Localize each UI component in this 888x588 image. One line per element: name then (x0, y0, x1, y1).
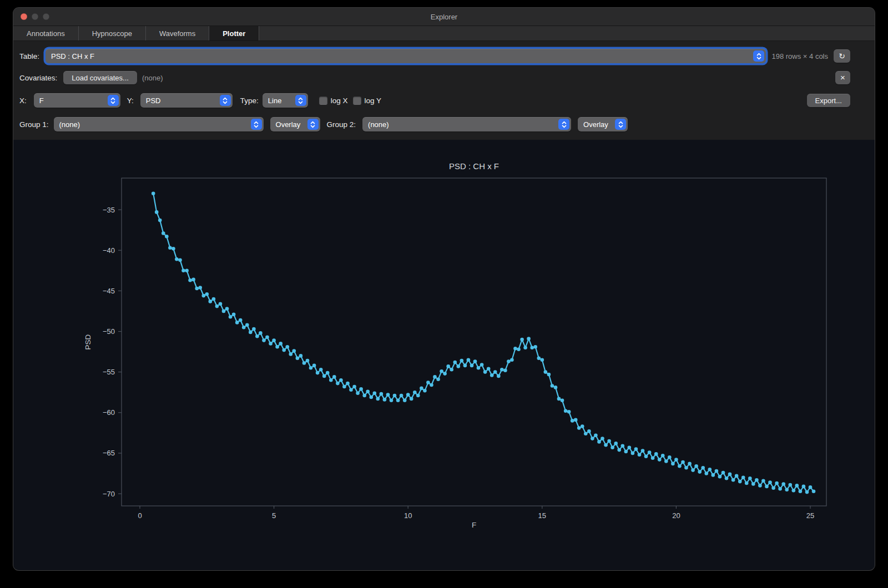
psd-line-chart: 0510152025−35−40−45−50−55−60−65−70PSD : … (13, 140, 875, 570)
y-tick-label: −65 (103, 449, 115, 457)
y-tick-label: −45 (103, 287, 115, 295)
tab-plotter[interactable]: Plotter (209, 26, 259, 40)
groups-row: Group 1: (none) Overlay Group 2: (none) (19, 116, 850, 132)
chart-title: PSD : CH x F (449, 161, 499, 171)
plot-type-select[interactable]: Line (263, 93, 308, 108)
x-axis-select[interactable]: F (34, 93, 120, 108)
chart-ylabel: PSD (84, 334, 92, 349)
close-icon: × (840, 73, 845, 82)
axes-row: X: F Y: PSD Type: Line (19, 93, 850, 108)
chevron-up-down-icon (220, 95, 231, 106)
group1-mode-value: Overlay (270, 120, 307, 129)
chart-series-line (153, 194, 814, 492)
y-tick-label: −40 (103, 246, 115, 255)
plot-type-select-value: Line (263, 97, 295, 105)
window-title: Explorer (431, 13, 457, 21)
group1-select-value: (none) (54, 120, 251, 129)
group1-label: Group 1: (19, 120, 49, 129)
log-x-label: log X (331, 97, 348, 105)
x-tick-label: 20 (672, 511, 680, 520)
window-titlebar: Explorer (13, 8, 875, 26)
load-covariates-button[interactable]: Load covariates... (63, 71, 137, 84)
group2-mode-value: Overlay (578, 120, 615, 129)
tab-annotations[interactable]: Annotations (13, 26, 79, 40)
covariates-status: (none) (142, 74, 163, 82)
x-tick-label: 25 (806, 511, 814, 520)
clear-covariates-button[interactable]: × (835, 71, 850, 84)
chevron-up-down-icon (615, 119, 626, 130)
toolbar: Table: PSD : CH x F 198 rows × 4 cols ↻ … (13, 41, 875, 140)
y-tick-label: −50 (103, 327, 115, 336)
chevron-up-down-icon (108, 95, 119, 106)
tab-bar: AnnotationsHypnoscopeWaveformsPlotter (13, 26, 875, 41)
x-tick-label: 5 (272, 511, 276, 520)
table-shape-info: 198 rows × 4 cols (771, 52, 828, 60)
group2-select[interactable]: (none) (362, 117, 571, 131)
covariates-label: Covariates: (19, 74, 57, 82)
log-x-checkbox[interactable] (319, 97, 327, 105)
x-axis-select-value: F (34, 97, 108, 105)
y-tick-label: −70 (103, 490, 115, 498)
tab-label: Hypnoscope (92, 29, 132, 38)
plot-type-label: Type: (240, 97, 259, 105)
y-tick-label: −60 (103, 408, 115, 417)
window-controls (21, 8, 49, 26)
covariates-row: Covariates: Load covariates... (none) × (19, 71, 850, 84)
table-select[interactable]: PSD : CH x F (46, 49, 766, 63)
group2-mode-select[interactable]: Overlay (578, 117, 628, 131)
table-select-value: PSD : CH x F (46, 52, 753, 60)
log-y-label: log Y (365, 97, 382, 105)
chart-axes (122, 178, 826, 506)
y-axis-label: Y: (127, 97, 134, 105)
x-tick-label: 10 (404, 511, 412, 520)
log-y-checkbox[interactable] (353, 97, 361, 105)
x-tick-label: 0 (138, 511, 142, 520)
group1-mode-select[interactable]: Overlay (270, 117, 320, 131)
chart-series-markers (152, 192, 815, 494)
chart-xlabel: F (472, 521, 476, 529)
tab-label: Waveforms (159, 29, 195, 38)
chevron-up-down-icon (251, 119, 262, 130)
y-tick-label: −35 (103, 206, 115, 214)
chevron-up-down-icon (558, 119, 569, 130)
y-axis-select[interactable]: PSD (140, 93, 233, 108)
chevron-up-down-icon (753, 50, 764, 62)
tab-label: Annotations (27, 29, 65, 38)
refresh-icon: ↻ (839, 52, 845, 60)
refresh-table-button[interactable]: ↻ (834, 49, 850, 63)
group2-select-value: (none) (362, 120, 558, 129)
table-label: Table: (19, 52, 39, 60)
tab-waveforms[interactable]: Waveforms (146, 26, 209, 40)
app-window: Explorer AnnotationsHypnoscopeWaveformsP… (13, 8, 875, 570)
y-tick-label: −55 (103, 368, 115, 376)
group2-label: Group 2: (327, 120, 356, 129)
chevron-up-down-icon (307, 119, 319, 130)
zoom-window-button[interactable] (43, 13, 49, 20)
export-button[interactable]: Export... (807, 94, 850, 107)
close-window-button[interactable] (21, 13, 27, 20)
group1-select[interactable]: (none) (54, 117, 264, 131)
chevron-up-down-icon (295, 95, 306, 106)
tab-label: Plotter (223, 29, 245, 38)
table-row: Table: PSD : CH x F 198 rows × 4 cols ↻ (19, 48, 850, 64)
minimize-window-button[interactable] (32, 13, 38, 20)
tab-hypnoscope[interactable]: Hypnoscope (79, 26, 146, 40)
plot-figure: 0510152025−35−40−45−50−55−60−65−70PSD : … (13, 140, 875, 570)
y-axis-select-value: PSD (140, 97, 220, 105)
x-tick-label: 15 (538, 511, 546, 520)
x-axis-label: X: (19, 97, 27, 105)
